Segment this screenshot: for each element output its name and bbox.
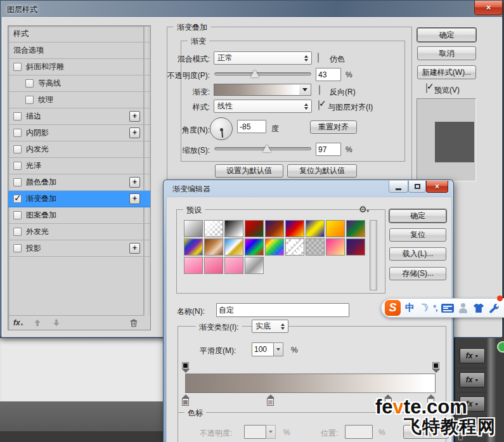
angle-input[interactable] [237,120,266,133]
reset-align-button[interactable]: 重置对齐 [310,120,357,134]
punctuation-icon[interactable]: °, [433,304,437,313]
style-checkbox[interactable] [13,178,22,186]
reset-default-button[interactable]: 复位为默认值 [287,164,357,178]
sidebar-item-光泽[interactable]: 光泽 [8,158,150,174]
color-stop[interactable] [266,394,275,406]
gradient-preset-6[interactable] [285,220,304,237]
style-checkbox[interactable] [13,145,22,153]
new-style-button[interactable]: 新建样式(W)... [417,65,476,79]
smoothness-dropdown-icon[interactable] [274,342,283,356]
gradient-preset-10[interactable] [184,238,203,256]
scale-slider-thumb[interactable] [262,145,271,152]
opacity-slider-thumb[interactable] [250,70,259,77]
sidebar-item-渐变叠加[interactable]: 渐变叠加+ [8,191,150,207]
chinese-mode-icon[interactable]: 中 [405,302,415,314]
style-select[interactable]: 线性 [214,100,312,113]
gradient-preset-1[interactable] [184,220,203,237]
style-checkbox[interactable] [25,96,34,104]
stop-opacity-dropdown-icon[interactable] [266,425,276,439]
scale-input[interactable] [316,143,341,156]
gradient-preset-12[interactable] [224,238,243,256]
opacity-stop[interactable] [432,362,440,374]
close-icon[interactable]: × [426,181,448,193]
gradient-preset-2[interactable] [204,220,223,237]
opacity-input[interactable] [316,68,341,81]
gradient-preset-18[interactable] [346,238,365,256]
sidebar-item-样式[interactable]: 样式 [8,26,150,42]
close-icon[interactable]: × [474,1,503,15]
moon-icon[interactable]: ☽ [417,300,431,316]
gradient-picker-arrow[interactable] [299,84,311,96]
reverse-checkbox[interactable] [319,85,320,95]
maximize-icon[interactable] [408,181,426,193]
sidebar-item-颜色叠加[interactable]: 颜色叠加+ [8,174,150,191]
color-stop[interactable] [181,394,190,406]
smoothness-input[interactable] [252,342,274,356]
dither-checkbox[interactable] [318,53,319,63]
add-effect-button[interactable]: + [129,243,140,254]
sidebar-item-斜面和浮雕[interactable]: 斜面和浮雕 [8,59,150,75]
sogou-logo[interactable]: S [385,300,401,316]
sidebar-item-外发光[interactable]: 外发光 [8,224,150,240]
editor-load-button[interactable]: 载入(L)... [389,247,446,261]
angle-dial[interactable] [210,117,233,140]
sidebar-item-内发光[interactable]: 内发光 [8,141,150,158]
gradient-preset-3[interactable] [224,220,243,237]
gradient-preset-17[interactable] [326,238,345,256]
gear-icon[interactable]: ⚙▾ [359,204,369,214]
shirt-icon[interactable] [473,303,484,313]
sidebar-item-图案叠加[interactable]: 图案叠加 [8,207,150,224]
keyboard-icon[interactable] [441,304,454,313]
editor-ok-button[interactable]: 确定 [389,209,446,223]
style-checkbox[interactable] [13,228,22,236]
align-checkbox[interactable] [318,100,320,110]
editor-reset-button[interactable]: 复位 [389,228,446,242]
sidebar-item-投影[interactable]: 投影+ [8,240,150,257]
editor-save-button[interactable]: 存储(S)... [389,267,446,280]
sidebar-item-描边[interactable]: 描边+ [8,108,150,125]
fx-badge[interactable]: fx▼ [460,348,485,363]
name-input[interactable] [216,303,349,317]
blend-mode-select[interactable]: 正常 [214,51,312,65]
style-checkbox[interactable] [13,162,22,170]
gradient-preset-11[interactable] [204,238,223,256]
add-effect-button[interactable]: + [129,177,140,188]
fx-badge[interactable]: fx▼ [460,372,485,387]
sidebar-item-等高线[interactable]: 等高线 [8,75,150,92]
gradient-swatch[interactable] [214,84,300,96]
gradient-preset-9[interactable] [346,220,365,237]
fx-menu-button[interactable]: fx▾ [13,318,23,327]
set-default-button[interactable]: 设置为默认值 [215,164,283,178]
move-down-icon[interactable] [52,318,61,327]
gradient-preset-19[interactable] [184,257,203,274]
preset-scrollbar[interactable] [370,220,377,290]
sidebar-item-混合选项[interactable]: 混合选项 [8,42,150,59]
wrench-icon[interactable] [489,303,499,313]
style-checkbox[interactable] [13,211,22,219]
ok-button[interactable]: 确定 [417,28,476,42]
style-checkbox[interactable] [13,63,22,71]
gradient-preset-21[interactable] [224,257,243,274]
stop-opacity-input[interactable] [244,425,266,439]
gradient-preset-15[interactable] [285,238,304,256]
add-effect-button[interactable]: + [129,193,140,204]
gradient-preset-14[interactable] [265,238,284,256]
style-checkbox[interactable] [13,195,22,203]
cancel-button[interactable]: 取消 [417,46,476,60]
person-icon[interactable] [458,303,468,313]
gradient-preset-20[interactable] [204,257,223,274]
move-up-icon[interactable] [33,318,42,327]
style-checkbox[interactable] [13,112,22,120]
type-select[interactable]: 实底 [252,320,288,333]
gradient-bar[interactable] [185,374,436,393]
trash-icon[interactable] [129,318,138,327]
gradient-preset-4[interactable] [245,220,264,237]
sidebar-item-内阴影[interactable]: 内阴影+ [8,125,150,141]
opacity-slider[interactable] [214,72,311,75]
gradient-preset-13[interactable] [245,238,264,256]
gradient-preset-16[interactable] [306,238,325,256]
style-checkbox[interactable] [13,129,22,137]
position-input[interactable] [345,425,373,439]
preview-checkbox[interactable] [426,83,427,93]
scale-slider[interactable] [214,147,311,150]
